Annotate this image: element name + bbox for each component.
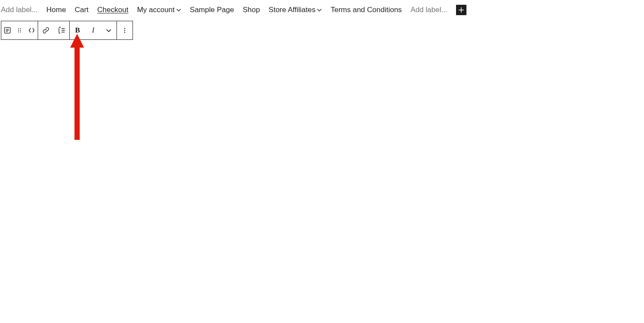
more-options-button[interactable] xyxy=(117,21,133,39)
italic-button[interactable]: I xyxy=(85,21,101,39)
plus-icon xyxy=(458,6,465,13)
nav-item-label: Store Affiliates xyxy=(269,6,315,14)
nav-item-my-account[interactable]: My account xyxy=(137,6,181,14)
move-arrows-icon xyxy=(27,26,36,35)
add-label-placeholder-right[interactable]: Add label... xyxy=(411,6,447,14)
nav-item-home[interactable]: Home xyxy=(46,6,66,14)
move-block-button[interactable] xyxy=(26,21,38,39)
drag-handle-icon xyxy=(16,26,23,34)
toolbar-group-block xyxy=(1,21,38,40)
nav-item-label: My account xyxy=(137,6,175,14)
toolbar-group-options xyxy=(117,21,133,40)
block-type-button[interactable] xyxy=(1,21,13,39)
svg-point-6 xyxy=(18,30,19,31)
bold-button[interactable]: B xyxy=(70,21,85,39)
svg-point-15 xyxy=(124,32,125,32)
navigation-link-icon xyxy=(3,26,12,35)
link-icon xyxy=(42,26,50,35)
svg-point-4 xyxy=(18,28,19,29)
nav-item-checkout[interactable]: Checkout xyxy=(97,6,129,14)
chevron-down-icon xyxy=(105,27,112,34)
submenu-icon xyxy=(57,26,66,35)
add-submenu-button[interactable] xyxy=(54,21,69,39)
kebab-icon xyxy=(121,26,129,34)
add-block-button[interactable] xyxy=(456,5,466,15)
nav-item-cart[interactable]: Cart xyxy=(74,6,88,14)
nav-item-store-affiliates[interactable]: Store Affiliates xyxy=(269,6,322,14)
nav-item-sample-page[interactable]: Sample Page xyxy=(190,6,234,14)
nav-item-terms-conditions[interactable]: Terms and Conditions xyxy=(330,6,401,14)
chevron-down-icon xyxy=(317,7,322,13)
annotation-arrow xyxy=(68,34,86,140)
add-label-placeholder-left[interactable]: Add label... xyxy=(1,6,38,14)
svg-point-9 xyxy=(20,32,21,32)
svg-marker-16 xyxy=(70,34,84,140)
toolbar-group-link xyxy=(38,21,70,40)
more-formatting-button[interactable] xyxy=(101,21,117,39)
chevron-down-icon xyxy=(176,7,181,13)
block-toolbar: B I xyxy=(1,21,133,40)
navigation-block[interactable]: Add label... Home Cart Checkout My accou… xyxy=(0,0,644,21)
svg-point-14 xyxy=(124,30,125,31)
svg-point-7 xyxy=(20,30,21,31)
nav-item-shop[interactable]: Shop xyxy=(243,6,260,14)
svg-point-13 xyxy=(124,28,125,29)
link-button[interactable] xyxy=(38,21,54,39)
toolbar-group-formatting: B I xyxy=(70,21,117,40)
svg-point-5 xyxy=(20,28,21,29)
drag-handle-button[interactable] xyxy=(13,21,26,39)
svg-point-8 xyxy=(18,32,19,32)
